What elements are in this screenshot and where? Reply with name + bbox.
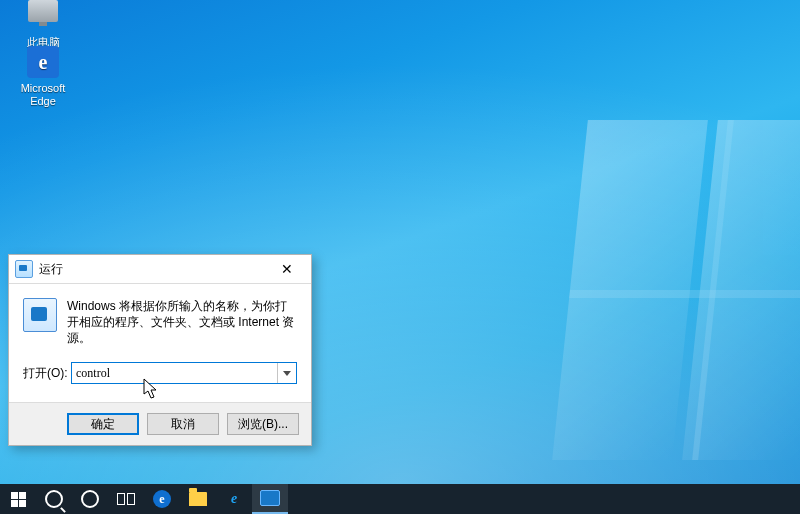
task-view-icon bbox=[117, 493, 135, 505]
run-dialog: 运行 ✕ Windows 将根据你所输入的名称，为你打开相应的程序、文件夹、文档… bbox=[8, 254, 312, 446]
taskbar: e e bbox=[0, 484, 800, 514]
taskbar-ie-button[interactable]: e bbox=[216, 484, 252, 514]
open-dropdown-button[interactable] bbox=[277, 363, 296, 383]
taskbar-search-button[interactable] bbox=[36, 484, 72, 514]
cortana-icon bbox=[81, 490, 99, 508]
browse-button[interactable]: 浏览(B)... bbox=[227, 413, 299, 435]
desktop-icon-label: Microsoft Edge bbox=[8, 82, 78, 108]
run-dialog-buttons: 确定 取消 浏览(B)... bbox=[9, 402, 311, 445]
open-input[interactable] bbox=[72, 363, 277, 383]
taskbar-explorer-button[interactable] bbox=[180, 484, 216, 514]
taskbar-cortana-button[interactable] bbox=[72, 484, 108, 514]
taskbar-edge-button[interactable]: e bbox=[144, 484, 180, 514]
desktop[interactable]: 此电脑 e Microsoft Edge 运行 ✕ Windows 将根据你所输… bbox=[0, 0, 800, 484]
cancel-button[interactable]: 取消 bbox=[147, 413, 219, 435]
run-dialog-titlebar[interactable]: 运行 ✕ bbox=[9, 255, 311, 284]
run-dialog-icon bbox=[23, 298, 57, 332]
start-button[interactable] bbox=[0, 484, 36, 514]
open-label: 打开(O): bbox=[23, 365, 71, 382]
run-dialog-title: 运行 bbox=[39, 261, 269, 278]
run-icon bbox=[15, 260, 33, 278]
chevron-down-icon bbox=[283, 371, 291, 376]
windows-logo-icon bbox=[11, 492, 26, 507]
edge-icon: e bbox=[27, 46, 59, 78]
ok-button[interactable]: 确定 bbox=[67, 413, 139, 435]
search-icon bbox=[45, 490, 63, 508]
taskbar-run-button[interactable] bbox=[252, 484, 288, 514]
wallpaper-light bbox=[552, 120, 800, 460]
open-combobox[interactable] bbox=[71, 362, 297, 384]
taskbar-taskview-button[interactable] bbox=[108, 484, 144, 514]
run-dialog-description: Windows 将根据你所输入的名称，为你打开相应的程序、文件夹、文档或 Int… bbox=[67, 298, 297, 346]
desktop-icon-this-pc[interactable]: 此电脑 bbox=[8, 0, 78, 49]
this-pc-icon bbox=[27, 0, 59, 32]
internet-explorer-icon: e bbox=[225, 490, 243, 508]
edge-icon: e bbox=[153, 490, 171, 508]
file-explorer-icon bbox=[189, 492, 207, 506]
close-button[interactable]: ✕ bbox=[269, 255, 305, 283]
run-icon bbox=[260, 490, 280, 506]
desktop-icon-edge[interactable]: e Microsoft Edge bbox=[8, 46, 78, 108]
close-icon: ✕ bbox=[281, 262, 293, 276]
